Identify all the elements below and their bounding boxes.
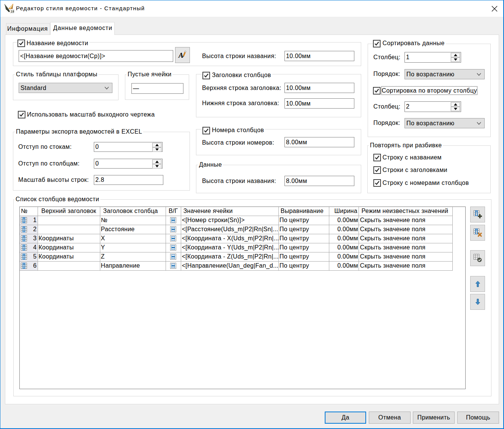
svg-text:A: A: [178, 51, 183, 59]
svg-text:19: 19: [11, 9, 14, 13]
